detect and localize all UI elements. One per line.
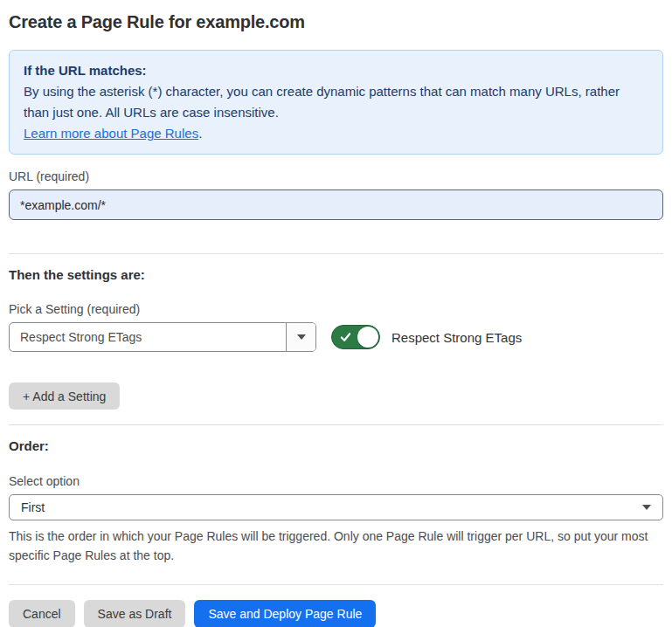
section-divider [9,424,663,425]
info-box-heading: If the URL matches: [24,60,648,81]
chevron-down-icon [642,505,651,510]
order-select-value: First [21,500,642,514]
setting-toggle[interactable] [331,325,380,349]
page-rule-form: Create a Page Rule for example.com If th… [0,0,672,627]
settings-section-heading: Then the settings are: [9,267,663,282]
cancel-button[interactable]: Cancel [9,600,75,627]
learn-more-link[interactable]: Learn more about Page Rules [24,126,198,141]
order-help-text: This is the order in which your Page Rul… [9,527,663,565]
setting-select[interactable]: Respect Strong ETags [9,322,316,352]
setting-row: Respect Strong ETags Respect Strong ETag… [9,322,663,352]
order-select[interactable]: First [9,494,663,520]
order-select-label: Select option [9,474,663,488]
toggle-knob [357,327,378,348]
save-deploy-button[interactable]: Save and Deploy Page Rule [194,600,376,627]
toggle-label: Respect Strong ETags [391,330,522,345]
url-field-label: URL (required) [9,169,663,183]
setting-select-arrow-button[interactable] [286,323,315,351]
add-setting-button[interactable]: + Add a Setting [9,382,120,410]
setting-select-value: Respect Strong ETags [10,323,286,351]
url-input[interactable] [9,189,663,220]
footer-actions: Cancel Save as Draft Save and Deploy Pag… [9,600,663,627]
info-box-body: By using the asterisk (*) character, you… [24,81,648,123]
chevron-down-icon [297,334,306,340]
save-draft-button[interactable]: Save as Draft [84,600,186,627]
url-match-info-box: If the URL matches: By using the asteris… [9,50,663,155]
info-box-link-line: Learn more about Page Rules. [24,123,648,144]
check-icon [340,332,351,343]
pick-setting-label: Pick a Setting (required) [9,302,663,316]
link-suffix: . [198,126,202,141]
order-section-heading: Order: [9,438,663,453]
footer-divider [9,584,663,585]
page-title: Create a Page Rule for example.com [9,12,663,32]
section-divider [9,253,663,254]
